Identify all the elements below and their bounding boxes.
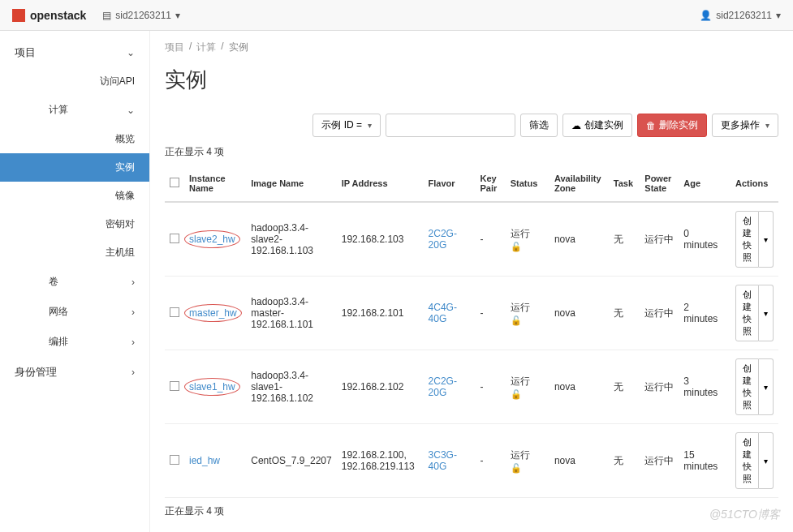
- brand-logo[interactable]: openstack: [12, 9, 86, 22]
- col-actions: Actions: [731, 165, 778, 202]
- table-row: slave2_hw hadoop3.3.4-slave2-192.168.1.1…: [165, 202, 778, 277]
- col-status[interactable]: Status: [506, 165, 549, 202]
- az-cell: nova: [549, 350, 609, 424]
- task-cell: 无: [609, 424, 640, 498]
- sidebar-volumes[interactable]: 卷›: [0, 267, 149, 297]
- lock-icon: 🔓: [511, 315, 522, 325]
- row-checkbox[interactable]: [170, 234, 179, 243]
- sidebar-compute[interactable]: 计算⌄: [0, 95, 149, 125]
- brand-text: openstack: [30, 9, 86, 22]
- sidebar: 项目⌄ 访问API 计算⌄ 概览 实例 镜像 密钥对 主机组 卷› 网络› 编排…: [0, 31, 150, 532]
- col-az[interactable]: Availability Zone: [549, 165, 609, 202]
- instance-name-link[interactable]: slave1_hw: [184, 350, 246, 424]
- watermark: @51CTO博客: [709, 508, 780, 522]
- keypair-cell: -: [476, 277, 506, 350]
- sidebar-identity[interactable]: 身份管理›: [0, 357, 149, 388]
- image-name-cell: hadoop3.3.4-master-192.168.1.101: [246, 277, 336, 350]
- sidebar-orchestration[interactable]: 编排›: [0, 327, 149, 357]
- showing-count-top: 正在显示 4 项: [165, 145, 778, 159]
- col-task[interactable]: Task: [609, 165, 640, 202]
- flavor-link[interactable]: 2C2G-20G: [424, 350, 476, 424]
- power-cell: 运行中: [640, 424, 679, 498]
- age-cell: 3 minutes: [679, 350, 731, 424]
- sidebar-hostgroups[interactable]: 主机组: [0, 238, 149, 267]
- ip-cell: 192.168.2.101: [337, 277, 424, 350]
- delete-instance-button[interactable]: 🗑 删除实例: [637, 114, 707, 137]
- table-row: master_hw hadoop3.3.4-master-192.168.1.1…: [165, 277, 778, 350]
- ip-cell: 192.168.2.103: [337, 202, 424, 277]
- sidebar-network[interactable]: 网络›: [0, 297, 149, 327]
- az-cell: nova: [549, 202, 609, 277]
- filter-input[interactable]: [386, 114, 515, 137]
- task-cell: 无: [609, 350, 640, 424]
- lock-icon: 🔓: [511, 389, 522, 399]
- chevron-down-icon: ▾: [175, 10, 180, 21]
- col-ip[interactable]: IP Address: [337, 165, 424, 202]
- image-name-cell: CentOS_7.9_2207: [246, 424, 336, 498]
- col-flavor[interactable]: Flavor: [424, 165, 476, 202]
- row-actions-dropdown[interactable]: ▾: [759, 211, 774, 268]
- flavor-link[interactable]: 3C3G-40G: [424, 424, 476, 498]
- chevron-down-icon: ⌄: [127, 47, 135, 58]
- project-name: sid21263211: [115, 10, 171, 21]
- sidebar-project[interactable]: 项目⌄: [0, 37, 149, 68]
- sidebar-access-api[interactable]: 访问API: [0, 68, 149, 95]
- chevron-right-icon: ›: [131, 277, 135, 288]
- col-image-name[interactable]: Image Name: [246, 165, 336, 202]
- chevron-down-icon: ⌄: [127, 105, 135, 116]
- breadcrumb-current: 实例: [229, 41, 248, 54]
- user-menu[interactable]: 👤 sid21263211 ▾: [700, 10, 781, 21]
- breadcrumb-compute[interactable]: 计算: [196, 41, 216, 54]
- lock-icon: 🔓: [511, 463, 522, 473]
- breadcrumb-project[interactable]: 项目: [165, 41, 184, 54]
- snapshot-button[interactable]: 创建快照: [735, 432, 759, 489]
- sidebar-instances[interactable]: 实例: [0, 153, 149, 182]
- col-keypair[interactable]: Key Pair: [476, 165, 506, 202]
- instances-table: Instance Name Image Name IP Address Flav…: [165, 165, 778, 498]
- ip-cell: 192.168.2.100, 192.168.219.113: [337, 424, 424, 498]
- age-cell: 15 minutes: [679, 424, 731, 498]
- snapshot-button[interactable]: 创建快照: [735, 211, 759, 268]
- row-checkbox[interactable]: [170, 455, 179, 465]
- status-cell: 运行 🔓: [506, 424, 549, 498]
- keypair-cell: -: [476, 202, 506, 277]
- more-actions-button[interactable]: 更多操作: [712, 114, 778, 137]
- row-checkbox[interactable]: [170, 381, 179, 391]
- col-age[interactable]: Age: [679, 165, 731, 202]
- lock-icon: 🔓: [511, 242, 522, 251]
- keypair-cell: -: [476, 350, 506, 424]
- power-cell: 运行中: [640, 277, 679, 350]
- sidebar-keypairs[interactable]: 密钥对: [0, 210, 149, 238]
- age-cell: 0 minutes: [679, 202, 731, 277]
- instance-name-link[interactable]: ied_hw: [184, 424, 246, 498]
- project-selector[interactable]: ▤ sid21263211 ▾: [102, 10, 180, 21]
- power-cell: 运行中: [640, 350, 679, 424]
- snapshot-button[interactable]: 创建快照: [735, 285, 759, 341]
- filter-field-dropdown[interactable]: 示例 ID =: [312, 114, 381, 137]
- breadcrumb: 项目 / 计算 / 实例: [165, 41, 778, 54]
- row-actions-dropdown[interactable]: ▾: [759, 432, 774, 489]
- top-header: openstack ▤ sid21263211 ▾ 👤 sid21263211 …: [0, 0, 793, 31]
- create-instance-button[interactable]: ☁ 创建实例: [562, 114, 632, 137]
- select-all-checkbox[interactable]: [170, 178, 179, 187]
- col-instance-name[interactable]: Instance Name: [184, 165, 246, 202]
- az-cell: nova: [549, 277, 609, 350]
- instance-name-link[interactable]: slave2_hw: [184, 202, 246, 277]
- flavor-link[interactable]: 2C2G-20G: [424, 202, 476, 277]
- row-checkbox[interactable]: [170, 307, 179, 317]
- filter-button[interactable]: 筛选: [520, 114, 558, 137]
- sidebar-overview[interactable]: 概览: [0, 125, 149, 153]
- status-cell: 运行 🔓: [506, 350, 549, 424]
- user-icon: 👤: [700, 10, 712, 21]
- row-actions-dropdown[interactable]: ▾: [759, 285, 774, 341]
- ip-cell: 192.168.2.102: [337, 350, 424, 424]
- snapshot-button[interactable]: 创建快照: [735, 358, 759, 415]
- image-name-cell: hadoop3.3.4-slave2-192.168.1.103: [246, 202, 336, 277]
- sidebar-images[interactable]: 镜像: [0, 182, 149, 210]
- instance-name-link[interactable]: master_hw: [184, 277, 246, 350]
- flavor-link[interactable]: 4C4G-40G: [424, 277, 476, 350]
- row-actions-dropdown[interactable]: ▾: [759, 358, 774, 415]
- col-power[interactable]: Power State: [640, 165, 679, 202]
- status-cell: 运行 🔓: [506, 202, 549, 277]
- logo-icon: [12, 9, 25, 22]
